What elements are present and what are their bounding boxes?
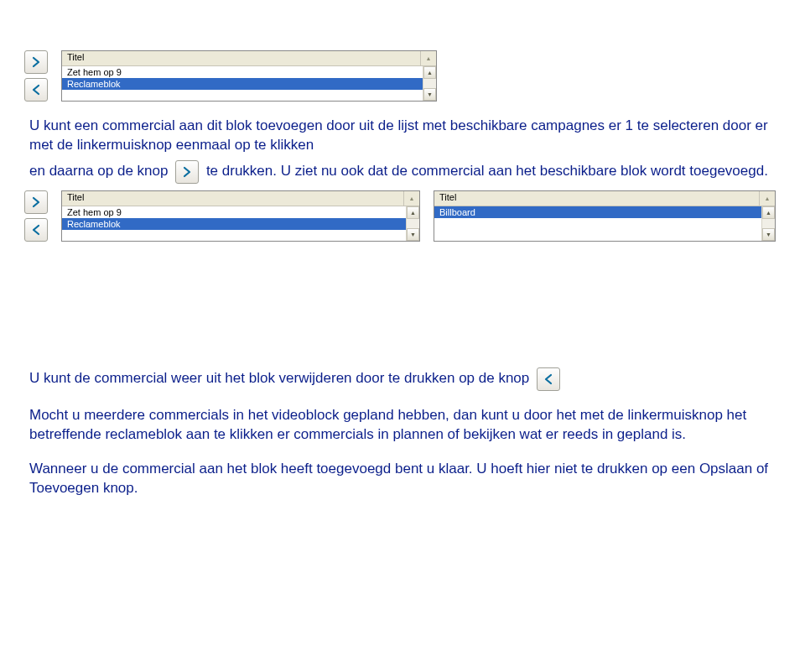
move-right-button[interactable] (24, 50, 48, 74)
scrollbar[interactable]: ▲ ▼ (423, 66, 436, 101)
listbox-rows[interactable]: Zet hem op 9 Reclameblok (62, 66, 423, 101)
list-item[interactable]: Billboard (434, 206, 761, 218)
listbox-header[interactable]: Titel ▲ (62, 51, 436, 66)
scroll-up-button[interactable]: ▲ (423, 66, 436, 79)
paragraph-1b: en daarna op de knop te drukken. U ziet … (29, 160, 776, 184)
list-item[interactable]: Reclameblok (62, 218, 406, 230)
list-item[interactable]: Zet hem op 9 (62, 206, 406, 218)
listbox-right[interactable]: Titel ▲ Billboard ▲ ▼ (434, 190, 776, 242)
sort-asc-icon: ▲ (760, 191, 775, 206)
listbox-header[interactable]: Titel ▲ (62, 191, 419, 206)
listblock-available: Titel ▲ Zet hem op 9 Reclameblok ▲ ▼ (24, 50, 776, 102)
move-right-button[interactable] (24, 190, 48, 214)
column-header-titel[interactable]: Titel (62, 51, 421, 65)
text-before-icon: en daarna op de knop (29, 163, 168, 179)
list-item[interactable]: Zet hem op 9 (62, 66, 423, 78)
sort-asc-icon: ▲ (421, 51, 436, 65)
move-left-button-inline[interactable] (537, 367, 560, 391)
scroll-up-button[interactable]: ▲ (762, 206, 775, 219)
two-list-row: Titel ▲ Zet hem op 9 Reclameblok ▲ ▼ (24, 190, 776, 242)
document-page: Titel ▲ Zet hem op 9 Reclameblok ▲ ▼ U k… (0, 0, 805, 533)
scrollbar[interactable]: ▲ ▼ (406, 206, 419, 241)
listbox-left[interactable]: Titel ▲ Zet hem op 9 Reclameblok ▲ ▼ (61, 190, 420, 242)
paragraph-1a: U kunt een commercial aan dit blok toevo… (29, 117, 776, 155)
scroll-down-button[interactable]: ▼ (407, 228, 419, 241)
move-left-button[interactable] (24, 218, 48, 242)
column-header-titel[interactable]: Titel (434, 191, 760, 206)
listbox-rows[interactable]: Zet hem op 9 Reclameblok (62, 206, 406, 241)
listbox-available[interactable]: Titel ▲ Zet hem op 9 Reclameblok ▲ ▼ (61, 50, 437, 102)
arrow-column (24, 190, 55, 242)
move-right-button-inline[interactable] (175, 160, 199, 184)
scroll-down-button[interactable]: ▼ (762, 228, 775, 241)
sort-asc-icon: ▲ (404, 191, 419, 206)
listbox-header[interactable]: Titel ▲ (434, 191, 775, 206)
text-after-icon: te drukken. U ziet nu ook dat de commerc… (206, 163, 768, 179)
list-item[interactable]: Reclameblok (62, 78, 423, 90)
paragraph-2: U kunt de commercial weer uit het blok v… (29, 367, 776, 391)
listbox-body: Zet hem op 9 Reclameblok ▲ ▼ (62, 206, 419, 241)
scroll-down-button[interactable]: ▼ (423, 88, 436, 101)
listblock-left: Titel ▲ Zet hem op 9 Reclameblok ▲ ▼ (24, 190, 420, 242)
move-left-button[interactable] (24, 78, 48, 102)
scroll-up-button[interactable]: ▲ (407, 206, 419, 219)
arrow-column (24, 50, 55, 102)
listbox-body: Zet hem op 9 Reclameblok ▲ ▼ (62, 66, 436, 101)
scrollbar[interactable]: ▲ ▼ (761, 206, 775, 241)
listbox-rows[interactable]: Billboard (434, 206, 761, 241)
paragraph-4: Wanneer u de commercial aan het blok hee… (29, 460, 776, 498)
text-before-icon: U kunt de commercial weer uit het blok v… (29, 370, 529, 386)
listbox-body: Billboard ▲ ▼ (434, 206, 775, 241)
column-header-titel[interactable]: Titel (62, 191, 404, 206)
paragraph-3: Mocht u meerdere commercials in het vide… (29, 406, 776, 445)
